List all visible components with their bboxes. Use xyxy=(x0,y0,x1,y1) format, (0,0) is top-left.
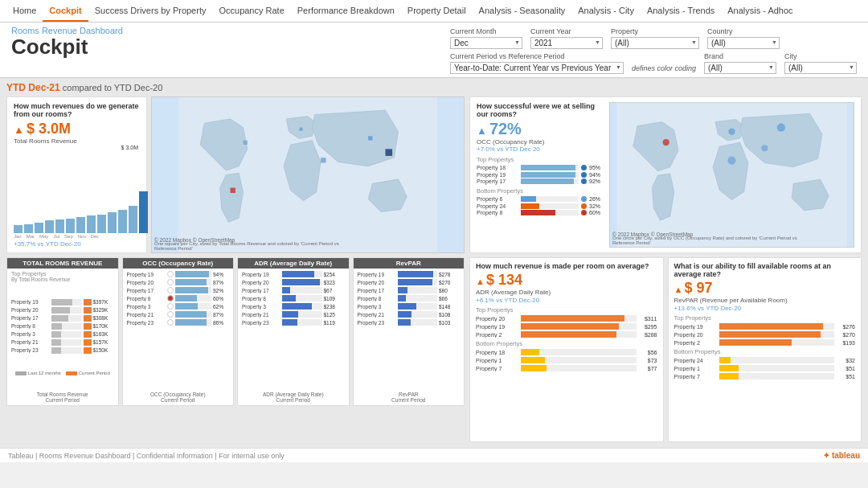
nav-home[interactable]: Home xyxy=(6,1,43,22)
nav-occupancy[interactable]: Occupancy Rate xyxy=(212,1,290,22)
revpar-label: RevPAR (Revenue per Available Room) xyxy=(674,297,856,304)
list-item: Property 20 $270 xyxy=(674,331,856,338)
list-item: Property 17 $80 xyxy=(358,287,461,293)
list-item: Property 18 $56 xyxy=(476,349,657,355)
metric-adr: ADR (Average Daily Rate) Property 19 $25… xyxy=(237,257,350,406)
adr-bottom-title: Bottom Propertys xyxy=(476,340,657,347)
brand-label: Brand xyxy=(704,52,776,60)
list-item: Property 24 $32 xyxy=(674,357,856,363)
svg-rect-3 xyxy=(321,158,326,162)
occ-triangle: ▲ xyxy=(477,125,487,137)
list-item: Property 19 $397K xyxy=(11,299,114,306)
svg-point-11 xyxy=(663,139,669,146)
city-select[interactable]: (All) xyxy=(784,62,857,74)
brand-filter: Brand (All) xyxy=(704,52,776,74)
nav-property-detail[interactable]: Property Detail xyxy=(401,1,473,22)
revenue-value: $ 3.0M xyxy=(27,121,71,137)
metric-total-rooms: TOTAL ROOMS REVENUE Top PropertysBy Tota… xyxy=(6,257,119,406)
world-map-occ: © 2022 Mapbox © OpenStreetMap One circle… xyxy=(609,102,854,248)
country-label: Country xyxy=(707,27,780,35)
nav-cockpit[interactable]: Cockpit xyxy=(43,1,88,22)
adr-question: How much revenue is made per room on ave… xyxy=(476,262,657,270)
nav-analysis-seasonality[interactable]: Analysis - Seasonality xyxy=(473,1,572,22)
revenue-label: Total Rooms Revenue xyxy=(14,137,140,145)
svg-rect-5 xyxy=(244,141,248,145)
occ-vs: +7.0% vs YTD Dec 20 xyxy=(477,146,605,153)
list-item: Property 20 87% xyxy=(127,279,230,285)
svg-rect-4 xyxy=(299,128,302,131)
svg-rect-6 xyxy=(231,188,235,193)
map-svg-revenue xyxy=(152,97,464,252)
list-item: Property 23 $103 xyxy=(358,319,461,326)
occ-bottom-title: Bottom Propertys xyxy=(477,187,605,195)
svg-point-8 xyxy=(777,124,785,132)
color-coding-label: defines color coding xyxy=(632,64,696,74)
adr-value: $ 134 xyxy=(486,272,522,289)
list-item: Property 23 86% xyxy=(127,319,230,326)
revpar-top-title: Top Propertys xyxy=(674,314,856,322)
footer: Tableau | Rooms Revenue Dashboard | Conf… xyxy=(0,448,868,462)
metric-revpar-title: RevPAR xyxy=(354,258,465,269)
map-caption-left: One square per City, sized by Total Room… xyxy=(154,241,355,251)
map-caption-occ: One circle per City, sized by OCC (Occup… xyxy=(612,236,813,245)
list-item: Property 3 $163K xyxy=(11,331,114,338)
list-item: Property 21 $108 xyxy=(358,311,461,318)
svg-point-10 xyxy=(728,129,735,135)
revenue-bar xyxy=(14,225,23,233)
adr-vs: +6.1% vs YTD Dec-20 xyxy=(476,297,657,304)
list-item: Property 20 $323 xyxy=(242,279,345,285)
current-month-select[interactable]: Dec xyxy=(450,37,522,49)
list-item: Property 3 $148 xyxy=(358,303,461,310)
brand-select[interactable]: (All) xyxy=(704,62,776,74)
revenue-question: How much revenues do we generate from ou… xyxy=(14,102,140,118)
list-item: Property 8 $170K xyxy=(11,323,114,330)
property-select[interactable]: (All) xyxy=(611,37,699,49)
list-item: Property 17 $67 xyxy=(242,287,345,293)
revenue-triangle: ▲ xyxy=(14,124,24,136)
current-year-select[interactable]: 2021 xyxy=(530,37,603,49)
occ-top-title: Top Propertys xyxy=(477,156,605,163)
list-item: Property 21 87% xyxy=(127,311,230,318)
revenue-bar xyxy=(97,215,106,233)
list-item: Property 8 60% xyxy=(127,295,230,301)
svg-rect-1 xyxy=(386,149,393,156)
list-item: Property 1 $51 xyxy=(674,365,856,371)
list-item: Property 8 $109 xyxy=(242,295,345,301)
tableau-logo: ✦ tableau xyxy=(823,451,860,460)
nav-performance[interactable]: Performance Breakdown xyxy=(291,1,401,22)
list-item: Property 7 $77 xyxy=(476,365,657,371)
revenue-bar xyxy=(66,219,75,233)
metric-adr-title: ADR (Average Daily Rate) xyxy=(238,258,349,269)
list-item: Property 6 26% xyxy=(477,196,605,202)
list-item: Property 1 $73 xyxy=(476,357,657,363)
bar-top-value: $ 3.0M xyxy=(121,145,138,150)
period-filter: Current Period vs Reference Period Year-… xyxy=(450,52,624,74)
nav-analysis-city[interactable]: Analysis - City xyxy=(571,1,641,22)
list-item: Property 24 32% xyxy=(477,203,605,209)
current-year-label: Current Year xyxy=(530,27,603,35)
list-item: Property 18 95% xyxy=(477,165,605,170)
svg-point-9 xyxy=(761,145,768,151)
country-filter: Country (All) xyxy=(707,27,780,49)
nav-success-drivers[interactable]: Success Drivers by Property xyxy=(88,1,213,22)
list-item: Property 17 92% xyxy=(127,287,230,293)
page-title: Cockpit xyxy=(11,35,123,59)
revpar-triangle: ▲ xyxy=(674,285,683,294)
svg-point-12 xyxy=(727,156,735,164)
revenue-bar xyxy=(35,223,43,233)
list-item: Property 17 $308K xyxy=(11,315,114,322)
country-select[interactable]: (All) xyxy=(707,37,780,49)
revenue-bar xyxy=(45,220,54,233)
revenue-bar xyxy=(76,217,85,233)
nav-analysis-adhoc[interactable]: Analysis - Adhoc xyxy=(721,1,799,22)
revpar-question: What is our ability to fill available ro… xyxy=(674,262,856,278)
adr-triangle: ▲ xyxy=(476,277,485,286)
nav-analysis-trends[interactable]: Analysis - Trends xyxy=(641,1,721,22)
revpar-bottom-title: Bottom Propertys xyxy=(674,348,856,355)
period-select[interactable]: Year-to-Date: Current Year vs Previous Y… xyxy=(450,62,624,74)
revenue-bar xyxy=(55,219,64,233)
revpar-vs: +13.6% vs YTD Dec-20 xyxy=(674,305,856,312)
list-item: Property 8 60% xyxy=(477,210,605,215)
list-item: Property 20 $329K xyxy=(11,307,114,314)
list-item: Property 20 $311 xyxy=(476,315,657,322)
